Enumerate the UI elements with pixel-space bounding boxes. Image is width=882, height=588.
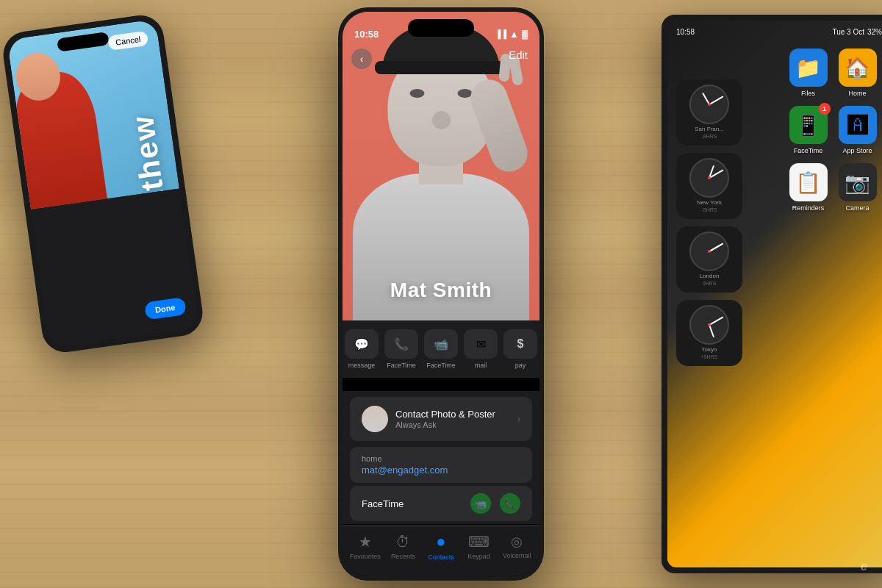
facetime-app-label: FaceTime [794,147,823,154]
clock-tok-hour-hand [709,325,714,338]
iphone-center-screen: 10:58 ▐▐ ▲ ▓ [343,12,539,576]
clock-ny-center [708,176,711,179]
favourites-icon: ★ [359,533,372,551]
ipad-app-camera[interactable]: 📷 Camera [837,163,878,212]
email-value[interactable]: mat@engadget.com [362,465,520,476]
facetime-app-icon: 📱 1 [789,106,828,144]
clock-newyork: New York-5HRS [676,153,742,219]
ipad-time: 10:58 [676,28,695,36]
mail-label: mail [475,362,487,369]
call-icon: 📞 [384,329,418,359]
ipad-status-right: Tue 3 Oct 32% [832,28,882,36]
appstore-label: App Store [842,147,872,154]
ipad-app-facetime[interactable]: 📱 1 FaceTime [788,106,828,154]
clock-city-ny: New York-5HRS [697,199,722,213]
email-row[interactable]: home mat@engadget.com [350,447,532,483]
clock-tokyo-face [689,305,729,345]
back-chevron-icon: ‹ [360,53,364,65]
contacts-label: Contacts [428,553,454,561]
contacts-icon: ● [436,532,445,551]
home-label: Home [848,90,866,97]
clock-lon-minute-hand [709,243,724,252]
poster-avatar-face [362,406,388,432]
camera-icon: 📷 [839,163,877,201]
facetime-video-icon: 📹 [424,329,458,359]
voicemail-icon: ◎ [511,534,523,550]
iphone-center: 10:58 ▐▐ ▲ ▓ [338,7,544,581]
message-icon: 💬 [345,329,379,359]
person-cap-brim [375,61,507,74]
ipad-app-files[interactable]: 📁 Files [788,49,828,97]
facetime-video-call-button[interactable]: 📹 [470,493,491,514]
pay-button[interactable]: $ pay [503,329,537,369]
action-buttons-row: 💬 message 📞 FaceTime 📹 FaceTime ✉ mail $… [343,320,539,378]
tab-voicemail[interactable]: ◎ Voicemail [501,534,534,559]
engadget-watermark: e [861,560,867,573]
pay-icon: $ [503,329,537,359]
wifi-icon: ▲ [509,29,519,40]
call-button[interactable]: 📞 FaceTime [384,329,418,369]
clock-sanfrancisco: San Fran...-8HRS [676,79,742,146]
call-label: FaceTime [387,362,416,369]
keypad-icon: ⌨ [468,533,490,551]
clock-city-sf: San Fran...-8HRS [695,126,724,140]
facetime-audio-call-button[interactable]: 📞 [500,493,520,514]
keypad-label: Keypad [467,553,490,560]
facetime-badge: 1 [819,103,831,115]
status-icons: ▐▐ ▲ ▓ [495,29,528,40]
facetime-video-label: FaceTime [426,362,456,369]
reminders-label: Reminders [792,204,825,212]
tab-recents[interactable]: ⏱ Recents [387,534,420,560]
battery-icon: ▓ [522,29,528,38]
clock-newyork-face [689,158,729,198]
facetime-icons: 📹 📞 [470,493,520,514]
contact-photo-area: ‹ Edit Mat Smith [343,12,539,320]
facetime-row: FaceTime 📹 📞 [350,486,532,521]
clock-tok-center [708,323,711,326]
recents-icon: ⏱ [395,534,410,551]
mail-icon: ✉ [464,329,498,359]
poster-text: Contact Photo & Poster Always Ask [395,409,517,429]
clock-sanfrancisco-face [689,85,729,124]
contact-photo-poster-row[interactable]: Contact Photo & Poster Always Ask › [350,397,532,441]
tab-keypad[interactable]: ⌨ Keypad [462,533,495,560]
email-label: home [362,454,520,463]
message-button[interactable]: 💬 message [345,329,379,369]
tab-favourites[interactable]: ★ Favourites [348,533,381,560]
status-time: 10:58 [354,29,379,40]
dynamic-island [408,19,474,37]
ipad-app-reminders[interactable]: 📋 Reminders [788,163,828,212]
pay-label: pay [515,362,526,369]
clock-city-tok: Tokyo+9HRS [701,346,718,360]
contact-info-section: Contact Photo & Poster Always Ask › home… [343,391,539,524]
clock-minute-hand [709,96,724,105]
ipad-app-grid-top: 📁 Files 🏠 Home 📱 1 FaceTime 🅰 App Store [782,43,882,218]
ipad-clocks: San Fran...-8HRS New York-5HRS London0HR [676,79,742,366]
clock-tokyo: Tokyo+9HRS [676,300,742,366]
favourites-label: Favourites [350,553,381,560]
ipad-battery: 32% [867,28,882,36]
ipad-app-home[interactable]: 🏠 Home [837,49,878,97]
clock-tok-minute-hand [709,317,724,326]
ipad-app-appstore[interactable]: 🅰 App Store [837,106,878,154]
poster-avatar [362,406,388,432]
ipad-screen: 10:58 Tue 3 Oct 32% San Fran...-8HRS [667,21,882,567]
poster-chevron-icon: › [517,414,520,424]
facetime-row-label: FaceTime [362,498,470,509]
left-bottom-area [31,189,199,348]
clock-london-face [689,232,729,271]
clock-london: London0HRS [676,226,742,293]
ipad-status-bar: 10:58 Tue 3 Oct 32% [667,21,882,40]
clock-city-lon: London0HRS [700,273,720,287]
message-label: message [348,362,376,369]
facetime-video-button[interactable]: 📹 FaceTime [424,329,458,369]
clock-lon-center [708,250,711,253]
contact-name: Mat Smith [343,279,539,302]
poster-title: Contact Photo & Poster [395,409,517,420]
edit-button[interactable]: Edit [509,49,528,61]
reminders-icon: 📋 [789,163,828,201]
mail-button[interactable]: ✉ mail [464,329,498,369]
tab-contacts[interactable]: ● Contacts [424,532,457,561]
back-button[interactable]: ‹ [351,49,372,69]
recents-label: Recents [391,553,415,560]
